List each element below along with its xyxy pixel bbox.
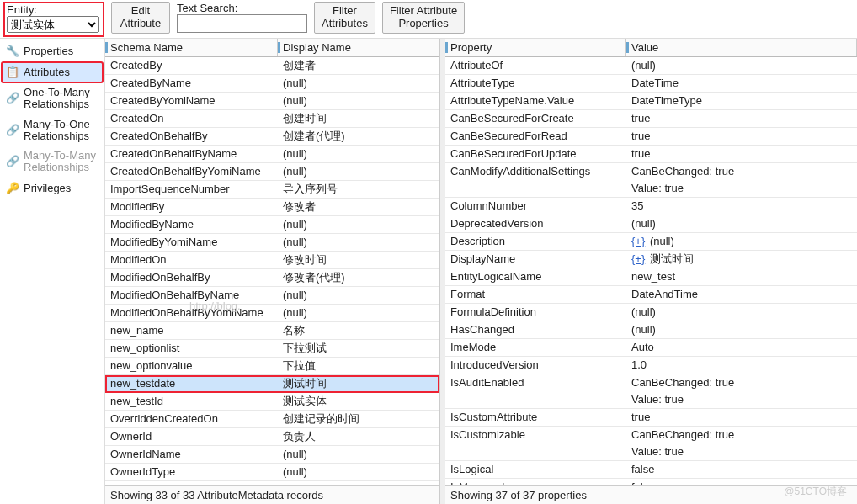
filter-attributes-button[interactable]: Filter Attributes [314,2,375,34]
property-row[interactable]: Description{+} (null) [445,233,857,251]
cell-value: true [626,110,857,127]
cell-property: EntityLogicalName [445,268,626,285]
cell-schema: CreatedByName [105,75,278,92]
property-row[interactable]: AttributeOf(null) [445,57,857,75]
filter-attribute-properties-button[interactable]: Filter Attribute Properties [382,2,465,34]
attribute-row[interactable]: new_name名称 [105,322,439,340]
attribute-row[interactable]: ImportSequenceNumber导入序列号 [105,181,439,199]
property-row[interactable]: EntityLogicalNamenew_test [445,268,857,286]
attribute-row[interactable]: CreatedOn创建时间 [105,110,439,128]
cell-schema: OwnerId [105,428,278,445]
properties-grid-body[interactable]: AttributeOf(null)AttributeTypeDateTimeAt… [445,57,857,485]
cell-property: IsLogical [445,461,626,478]
cell-property: IntroducedVersion [445,357,626,374]
property-row[interactable]: CanBeSecuredForReadtrue [445,128,857,146]
attribute-row[interactable]: new_testdate测试时间 [105,375,439,393]
attribute-row[interactable]: ModifiedOnBehalfBy修改者(代理) [105,269,439,287]
attribute-row[interactable]: ModifiedBy修改者 [105,199,439,216]
attribute-row[interactable]: ModifiedOn修改时间 [105,252,439,269]
property-row[interactable]: IsCustomAttributetrue [445,409,857,427]
property-row[interactable]: CanBeSecuredForCreatetrue [445,110,857,128]
property-row[interactable]: ImeModeAuto [445,339,857,357]
cell-value: (null) [626,304,857,321]
cell-display: 修改者(代理) [278,269,439,286]
expand-icon[interactable]: {+} [631,235,645,247]
expand-icon[interactable]: {+} [631,252,645,265]
property-row[interactable]: FormulaDefinition(null) [445,304,857,321]
attribute-row[interactable]: ModifiedOnBehalfByYomiName(null) [105,305,439,322]
sidebar-item-label: Many-To-Many Relationships [24,150,98,174]
attribute-row[interactable]: ModifiedByYomiName(null) [105,234,439,252]
attributes-grid-body[interactable]: http://blog. CreatedBy创建者CreatedByName(n… [105,57,439,485]
col-schema-name[interactable]: Schema Name [105,39,278,56]
property-row[interactable]: DeprecatedVersion(null) [445,215,857,233]
cell-value: true [626,409,857,426]
property-row[interactable]: AttributeTypeName.ValueDateTimeType [445,93,857,110]
cell-property: Description [445,233,626,250]
col-value[interactable]: Value [626,39,857,56]
cell-display: 创建者(代理) [278,128,439,145]
toolbar: Entity: 测试实体 Edit Attribute Text Search:… [0,0,857,39]
property-row[interactable]: IsLogicalfalse [445,461,857,479]
cell-property: IsCustomizable [445,427,626,460]
attribute-row[interactable]: CreatedBy创建者 [105,57,439,75]
property-row[interactable]: IsAuditEnabledCanBeChanged: true Value: … [445,374,857,409]
cell-property: DeprecatedVersion [445,215,626,232]
attribute-row[interactable]: CreatedOnBehalfByYomiName(null) [105,163,439,181]
attribute-row[interactable]: CreatedOnBehalfByName(null) [105,146,439,163]
cell-property: AttributeOf [445,57,626,74]
attribute-row[interactable]: CreatedByYomiName(null) [105,93,439,110]
property-row[interactable]: ColumnNumber35 [445,198,857,215]
cell-schema: ModifiedOn [105,252,278,268]
attribute-row[interactable]: CreatedByName(null) [105,75,439,93]
property-row[interactable]: CanBeSecuredForUpdatetrue [445,146,857,163]
property-row[interactable]: DisplayName{+} 测试时间 [445,251,857,268]
attribute-row[interactable]: OwnerId负责人 [105,428,439,446]
property-row[interactable]: IntroducedVersion1.0 [445,357,857,374]
edit-attribute-button[interactable]: Edit Attribute [111,2,170,34]
entity-label: Entity: [7,3,99,16]
many-to-many-icon: 🔗 [6,155,19,168]
attribute-row[interactable]: new_testId测试实体 [105,393,439,411]
cell-display: (null) [278,464,439,480]
attribute-row[interactable]: OverriddenCreatedOn创建记录的时间 [105,411,439,428]
property-row[interactable]: HasChanged(null) [445,321,857,339]
col-display-name[interactable]: Display Name [278,39,439,56]
entity-select[interactable]: 测试实体 [7,16,99,33]
attribute-row[interactable]: CreatedOnBehalfBy创建者(代理) [105,128,439,146]
attribute-row[interactable]: OwnerIdType(null) [105,464,439,481]
cell-schema: OwnerIdType [105,464,278,480]
cell-property: AttributeTypeName.Value [445,93,626,109]
cell-schema: new_testId [105,393,278,410]
sidebar-item-attributes[interactable]: 📋Attributes [2,62,103,82]
attribute-row[interactable]: ModifiedOnBehalfByName(null) [105,287,439,305]
cell-schema: new_name [105,322,278,339]
sidebar-item-many-to-one-relationships[interactable]: 🔗Many-To-One Relationships [2,115,103,146]
cell-value: 1.0 [626,357,857,374]
cell-value: Auto [626,339,857,356]
sidebar-item-privileges[interactable]: 🔑Privileges [2,178,103,199]
cell-schema: CreatedOnBehalfBy [105,128,278,145]
properties-icon: 🔧 [6,45,19,58]
col-property[interactable]: Property [445,39,626,56]
text-search-label: Text Search: [177,2,307,14]
sidebar-item-properties[interactable]: 🔧Properties [2,41,103,61]
sidebar-item-label: Privileges [24,183,71,194]
attribute-row[interactable]: new_optionlist下拉测试 [105,340,439,358]
cell-schema: CreatedBy [105,57,278,74]
sidebar-item-one-to-many-relationships[interactable]: 🔗One-To-Many Relationships [2,83,103,114]
cell-display: 导入序列号 [278,181,439,198]
cell-display: (null) [278,75,439,92]
property-row[interactable]: CanModifyAdditionalSettingsCanBeChanged:… [445,163,857,198]
property-row[interactable]: IsManagedfalse [445,479,857,485]
attribute-row[interactable]: new_optionvalue下拉值 [105,358,439,375]
cell-property: CanBeSecuredForUpdate [445,146,626,162]
cell-schema: CreatedOnBehalfByYomiName [105,163,278,180]
property-row[interactable]: IsCustomizableCanBeChanged: true Value: … [445,427,857,461]
property-row[interactable]: FormatDateAndTime [445,286,857,304]
attribute-row[interactable]: OwnerIdName(null) [105,446,439,464]
attribute-row[interactable]: ModifiedByName(null) [105,216,439,234]
text-search-input[interactable] [177,14,307,33]
cell-property: IsManaged [445,479,626,485]
property-row[interactable]: AttributeTypeDateTime [445,75,857,93]
